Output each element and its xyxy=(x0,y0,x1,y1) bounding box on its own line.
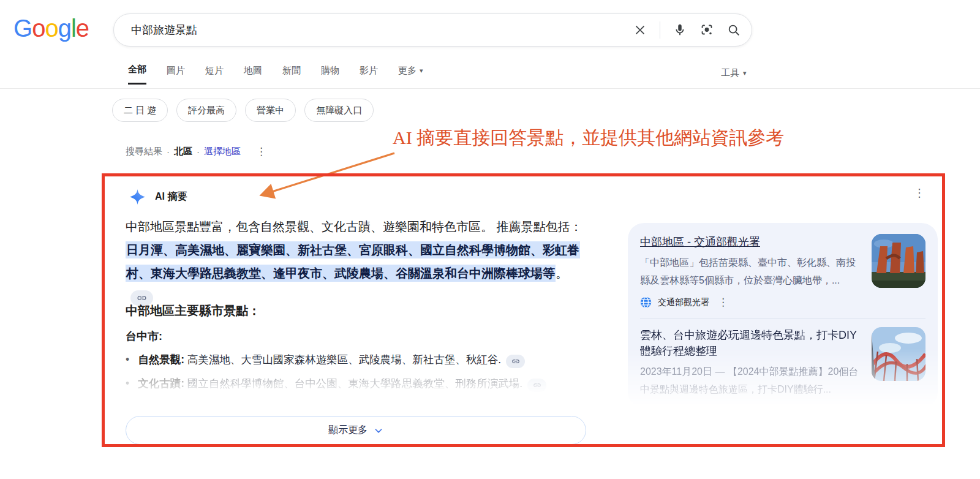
tab-more[interactable]: 更多▾ xyxy=(398,64,423,85)
card-thumbnail-roller-coaster xyxy=(872,327,925,381)
bullet-label: 自然景觀: xyxy=(138,353,184,366)
bullet-marker: • xyxy=(126,374,129,394)
source-name: LINE旅遊 xyxy=(658,406,694,417)
globe-icon xyxy=(640,296,652,308)
chevron-down-icon: ▾ xyxy=(420,67,423,75)
filter-chips: 二 日 遊 評分最高 營業中 無障礙入口 xyxy=(112,99,374,122)
google-logo[interactable]: Google xyxy=(13,15,89,42)
source-card[interactable]: 中部地區 - 交通部觀光署 「中部地區」包括苗栗縣、臺中市、彰化縣、南投縣及雲林… xyxy=(640,234,925,308)
searchbar-divider xyxy=(660,21,660,39)
logo-letter: o xyxy=(32,15,45,42)
chip-two-day-trip[interactable]: 二 日 遊 xyxy=(112,99,168,122)
highlighted-attractions[interactable]: 日月潭、高美濕地、麗寶樂園、新社古堡、宮原眼科、國立自然科學博物館、彩虹眷村、東… xyxy=(126,241,580,282)
ai-sparkle-icon xyxy=(130,189,145,205)
source-name: 交通部觀光署 xyxy=(658,297,709,308)
show-more-button[interactable]: 顯示更多 xyxy=(126,416,586,445)
chevron-down-icon xyxy=(374,426,383,436)
tab-news[interactable]: 新聞 xyxy=(282,64,301,85)
tab-images[interactable]: 圖片 xyxy=(167,64,185,85)
paragraph-text: 中部地區景點豐富，包含自然景觀、文化古蹟、遊樂園和特色市區。 推薦景點包括： xyxy=(126,220,582,233)
tab-all[interactable]: 全部 xyxy=(128,64,146,85)
chip-top-rated[interactable]: 評分最高 xyxy=(176,99,236,122)
logo-letter: o xyxy=(45,15,58,42)
meta-dot: · xyxy=(197,146,200,157)
kebab-menu-icon[interactable]: ⋮ xyxy=(700,406,715,417)
chip-accessible[interactable]: 無障礙入口 xyxy=(304,99,374,122)
line-app-icon xyxy=(640,405,652,417)
card-title-link[interactable]: 中部地區 - 交通部觀光署 xyxy=(640,234,862,250)
header-divider xyxy=(0,88,980,89)
list-item: • 自然景觀: 高美濕地、大雪山國家森林遊樂區、武陵農場、新社古堡、秋紅谷. xyxy=(126,350,592,370)
ai-overview-paragraph: 中部地區景點豐富，包含自然景觀、文化古蹟、遊樂園和特色市區。 推薦景點包括：日月… xyxy=(126,215,590,308)
list-item: • 文化古蹟: 國立自然科學博物館、台中公園、東海大學路思義教堂、刑務所演武場. xyxy=(126,374,592,394)
kebab-menu-icon[interactable]: ⋮ xyxy=(254,146,269,157)
citation-link-icon[interactable] xyxy=(527,379,546,392)
ai-overview-header: AI 摘要 xyxy=(130,189,187,205)
logo-letter: g xyxy=(58,15,71,42)
paragraph-text: 。 xyxy=(556,266,568,280)
tab-shorts[interactable]: 短片 xyxy=(205,64,224,85)
search-icon[interactable] xyxy=(727,23,741,37)
logo-letter: e xyxy=(76,15,89,42)
card-source-row: 交通部觀光署 ⋮ xyxy=(640,296,862,308)
card-thumbnail-bridge-ruins xyxy=(872,234,925,288)
card-snippet: 2023年11月20日 — 【2024中部景點推薦】20個台中景點與週邊特色旅遊… xyxy=(640,363,862,398)
source-cards-panel: 中部地區 - 交通部觀光署 「中部地區」包括苗栗縣、臺中市、彰化縣、南投縣及雲林… xyxy=(628,223,938,408)
meta-dot: · xyxy=(167,146,170,157)
ai-overview-label: AI 摘要 xyxy=(155,190,187,203)
tab-shopping[interactable]: 購物 xyxy=(321,64,339,85)
bullet-text: 高美濕地、大雪山國家森林遊樂區、武陵農場、新社古堡、秋紅谷. xyxy=(187,353,501,366)
tools-button[interactable]: 工具 ▾ xyxy=(721,67,747,79)
lens-icon[interactable] xyxy=(699,23,714,37)
tab-videos[interactable]: 影片 xyxy=(360,64,378,85)
source-card[interactable]: 雲林、台中旅遊必玩週邊特色景點，打卡DIY體驗行程總整理 2023年11月20日… xyxy=(640,327,925,417)
search-input[interactable]: 中部旅遊景點 xyxy=(131,23,633,37)
kebab-menu-icon[interactable]: ⋮ xyxy=(715,297,731,307)
region-label: 北區 xyxy=(174,146,192,157)
chip-open-now[interactable]: 營業中 xyxy=(245,99,296,122)
mic-icon[interactable] xyxy=(673,23,687,37)
bullet-text: 國立自然科學博物館、台中公園、東海大學路思義教堂、刑務所演武場. xyxy=(187,377,522,390)
chevron-down-icon: ▾ xyxy=(743,69,747,77)
card-source-row: LINE旅遊 ⋮ xyxy=(640,405,862,417)
logo-letter: G xyxy=(13,15,32,42)
ai-overview-kebab-icon[interactable]: ⋮ xyxy=(911,187,927,198)
section-heading: 中部地區主要縣市景點： xyxy=(126,303,260,319)
annotation-text: AI 摘要直接回答景點，並提供其他網站資訊參考 xyxy=(393,126,784,151)
results-label: 搜尋結果 xyxy=(126,146,162,157)
clear-icon[interactable] xyxy=(633,23,647,37)
card-snippet: 「中部地區」包括苗栗縣、臺中市、彰化縣、南投縣及雲林縣等5個縣市，位於臺灣心臟地… xyxy=(640,254,862,289)
search-bar[interactable]: 中部旅遊景點 xyxy=(113,13,752,47)
tab-maps[interactable]: 地圖 xyxy=(244,64,262,85)
results-meta-row: 搜尋結果 · 北區 · 選擇地區 ⋮ xyxy=(126,146,269,157)
card-title-link[interactable]: 雲林、台中旅遊必玩週邊特色景點，打卡DIY體驗行程總整理 xyxy=(640,327,862,359)
citation-link-icon[interactable] xyxy=(506,355,525,368)
choose-region-link[interactable]: 選擇地區 xyxy=(204,146,241,157)
google-serp-page: Google 中部旅遊景點 全部 xyxy=(0,0,980,479)
bullet-label: 文化古蹟: xyxy=(138,377,184,390)
bullet-list: • 自然景觀: 高美濕地、大雪山國家森林遊樂區、武陵農場、新社古堡、秋紅谷. •… xyxy=(126,350,592,398)
bullet-marker: • xyxy=(126,350,129,370)
panel-divider xyxy=(640,318,925,319)
logo-letter: l xyxy=(71,15,76,42)
result-tabs: 全部 圖片 短片 地圖 新聞 購物 影片 更多▾ xyxy=(128,64,423,85)
city-subheading: 台中市: xyxy=(126,329,162,344)
